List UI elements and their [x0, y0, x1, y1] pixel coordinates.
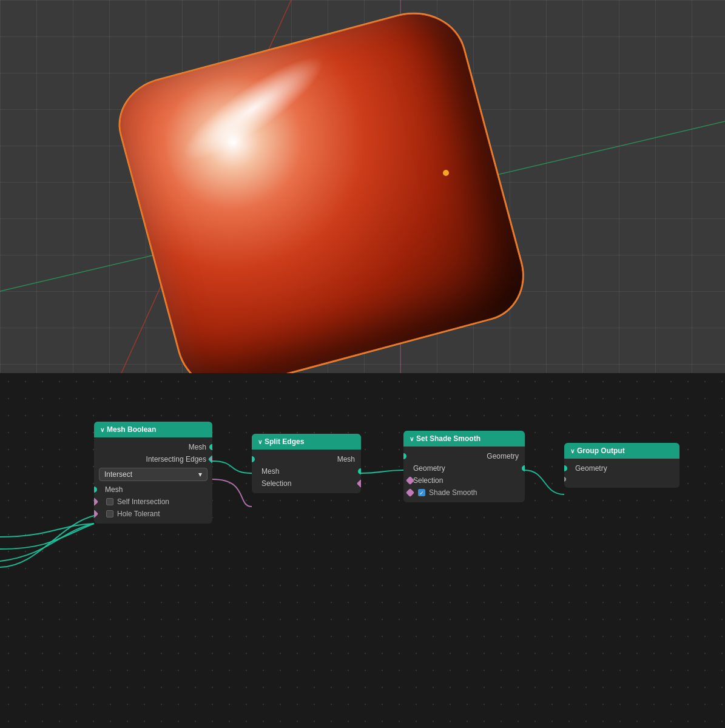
- split-mesh-output-socket[interactable]: [358, 468, 361, 474]
- node-group-output[interactable]: ∨ Group Output Geometry: [564, 443, 679, 488]
- hole-tolerant-row: Hole Tolerant: [94, 508, 212, 520]
- mesh-output-socket[interactable]: [209, 444, 212, 450]
- node-mesh-boolean-title: Mesh Boolean: [107, 425, 156, 434]
- self-intersection-checkbox[interactable]: [106, 498, 113, 505]
- shade-geometry-input-row: Geometry: [403, 450, 525, 462]
- intersecting-edges-row: Intersecting Edges: [94, 453, 212, 465]
- split-mesh-input-label: Mesh: [337, 455, 355, 463]
- split-edges-collapse[interactable]: ∨: [258, 439, 262, 445]
- group-extra-socket: [564, 477, 566, 482]
- shade-smooth-collapse[interactable]: ∨: [410, 436, 414, 442]
- split-selection-socket[interactable]: [357, 479, 361, 488]
- shade-smooth-body: Geometry Geometry Selection ✓ Shade Smoo: [403, 447, 525, 502]
- shade-geometry-output-row: Geometry: [403, 462, 525, 474]
- shade-geometry-output-label: Geometry: [413, 464, 445, 473]
- node-mesh-boolean-body: Mesh Intersecting Edges Intersect ▾ Mesh: [94, 437, 212, 524]
- shade-smooth-title: Set Shade Smooth: [416, 434, 481, 443]
- split-edges-body: Mesh Mesh Selection: [252, 450, 361, 493]
- split-selection-label: Selection: [261, 479, 291, 488]
- node-mesh-boolean[interactable]: ∨ Mesh Boolean Mesh Intersecting Edges I…: [94, 422, 212, 524]
- object-origin-dot: [443, 170, 449, 176]
- mesh-output-row: Mesh: [94, 441, 212, 453]
- self-intersection-socket: [94, 497, 98, 506]
- shade-selection-label: Selection: [413, 476, 443, 485]
- split-mesh-output-row: Mesh: [252, 465, 361, 477]
- mesh-input-row: Mesh: [94, 484, 212, 496]
- hole-tolerant-checkbox[interactable]: [106, 510, 113, 517]
- node-mesh-boolean-header: ∨ Mesh Boolean: [94, 422, 212, 437]
- object-highlight: [171, 42, 335, 175]
- group-geometry-row: Geometry: [564, 462, 679, 474]
- hole-tolerant-label: Hole Tolerant: [117, 510, 160, 518]
- shade-geometry-output-socket[interactable]: [522, 465, 525, 471]
- shade-selection-row: Selection: [403, 474, 525, 487]
- split-selection-row: Selection: [252, 477, 361, 490]
- intersecting-edges-socket[interactable]: [208, 455, 212, 463]
- group-geometry-label: Geometry: [575, 464, 607, 473]
- 3d-object: [111, 2, 533, 373]
- mesh-output-label: Mesh: [189, 443, 206, 451]
- shade-smooth-checkbox-row: ✓ Shade Smooth: [403, 487, 525, 499]
- self-intersection-label: Self Intersection: [117, 497, 169, 506]
- group-output-title: Group Output: [577, 447, 625, 455]
- split-edges-title: Split Edges: [265, 437, 304, 446]
- node-split-edges-header: ∨ Split Edges: [252, 434, 361, 450]
- shade-smooth-checkbox-socket: [406, 488, 414, 497]
- node-set-shade-smooth[interactable]: ∨ Set Shade Smooth Geometry Geometry Sel…: [403, 431, 525, 502]
- self-intersection-row: Self Intersection: [94, 496, 212, 508]
- group-extra-row: [564, 474, 679, 484]
- dropdown-value: Intersect: [104, 470, 132, 479]
- intersect-dropdown[interactable]: Intersect ▾: [99, 468, 207, 481]
- split-mesh-output-label: Mesh: [261, 467, 279, 476]
- group-output-collapse[interactable]: ∨: [570, 448, 575, 454]
- mesh-input-socket[interactable]: [94, 487, 97, 493]
- split-mesh-input-row: Mesh: [252, 453, 361, 465]
- dropdown-arrow: ▾: [198, 470, 202, 479]
- shade-geometry-input-label: Geometry: [487, 452, 519, 460]
- node-split-edges[interactable]: ∨ Split Edges Mesh Mesh Selection: [252, 434, 361, 493]
- node-group-output-header: ∨ Group Output: [564, 443, 679, 459]
- node-set-shade-smooth-header: ∨ Set Shade Smooth: [403, 431, 525, 447]
- intersecting-edges-label: Intersecting Edges: [146, 455, 206, 463]
- shade-smooth-label: Shade Smooth: [429, 488, 477, 497]
- 3d-viewport[interactable]: [0, 0, 725, 373]
- group-output-body: Geometry: [564, 459, 679, 488]
- mesh-input-label: Mesh: [105, 485, 123, 494]
- hole-tolerant-socket: [94, 510, 98, 518]
- group-geometry-input-socket[interactable]: [564, 465, 567, 471]
- collapse-arrow[interactable]: ∨: [100, 426, 104, 433]
- shade-smooth-checkbox[interactable]: ✓: [418, 489, 425, 496]
- node-editor[interactable]: ∨ Mesh Boolean Mesh Intersecting Edges I…: [0, 373, 725, 728]
- 3d-object-container: [109, 30, 522, 370]
- split-mesh-input-socket[interactable]: [252, 456, 255, 462]
- shade-geometry-input-socket[interactable]: [403, 453, 406, 459]
